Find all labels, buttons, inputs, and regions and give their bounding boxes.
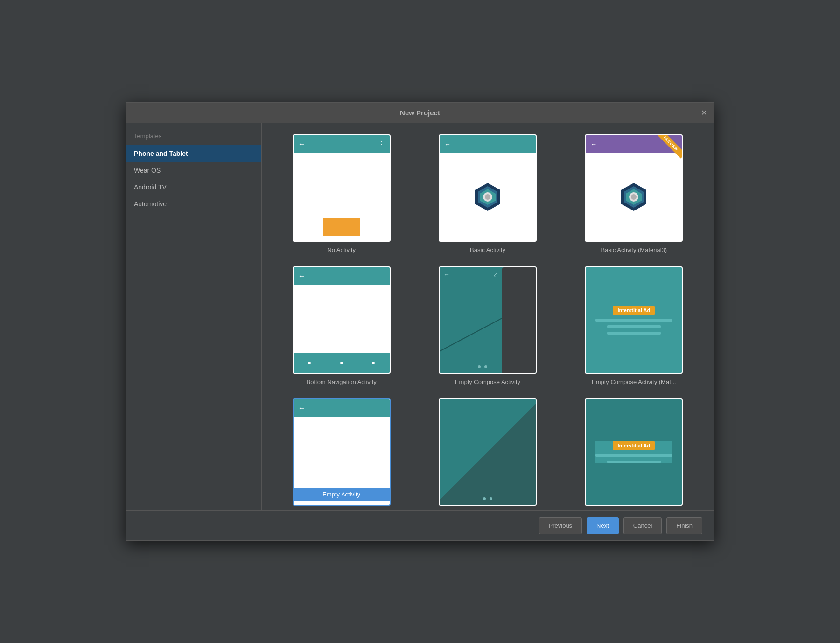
template-thumb-no-activity: ← ⋮	[293, 134, 391, 242]
fullscreen-visual: ← ⤢	[440, 267, 536, 373]
dot-2	[484, 365, 487, 368]
admob-line-2	[607, 325, 661, 328]
template-thumb-basic-material3: ← PREVIEW	[585, 134, 683, 242]
admob-line-a2	[607, 461, 661, 463]
previous-button[interactable]: Previous	[539, 517, 582, 534]
template-thumb-bottom-nav: ←	[293, 266, 391, 374]
back-icon-bn: ←	[298, 272, 306, 280]
back-icon-m3: ←	[590, 140, 597, 148]
back-arrow-icon: ←	[298, 140, 306, 148]
template-basic-material3[interactable]: ← PREVIEW	[568, 134, 700, 253]
next-button[interactable]: Next	[587, 517, 619, 534]
template-fullscreen[interactable]: ← ⋮ Fullscreen Activity	[422, 398, 553, 510]
sidebar-item-automotive[interactable]: Automotive	[126, 196, 261, 212]
template-thumb-empty-compose: ← ⤢	[439, 266, 537, 374]
template-basic-activity[interactable]: ←	[422, 134, 553, 253]
sidebar-item-android-tv[interactable]: Android TV	[126, 179, 261, 196]
fullscreen-toolbar: ← ⤢	[440, 267, 502, 281]
svg-point-9	[631, 194, 637, 200]
nav-dot-2	[340, 362, 343, 364]
fs-dot-2	[490, 497, 492, 500]
template-no-activity[interactable]: ← ⋮ No Activity	[276, 134, 407, 253]
dot-1	[478, 365, 481, 368]
interstitial-ad-label-2: Interstitial Ad	[613, 441, 655, 450]
finish-button[interactable]: Finish	[666, 517, 702, 534]
back-icon: ←	[444, 140, 451, 148]
admob-inner-2: Interstitial Ad	[595, 441, 672, 463]
interstitial-ad-label: Interstitial Ad	[613, 306, 655, 315]
template-label-basic-material3: Basic Activity (Material3)	[601, 246, 667, 253]
preview-badge-text: PREVIEW	[658, 135, 682, 159]
template-thumb-admob: Interstitial Ad	[585, 398, 683, 506]
svg-point-4	[485, 194, 490, 200]
nav-dot-1	[308, 362, 311, 364]
fs-dot-1	[483, 497, 486, 500]
admob-visual-2: Interstitial Ad	[586, 399, 682, 505]
admob-inner: Interstitial Ad	[595, 306, 672, 335]
admob-visual: Interstitial Ad	[586, 267, 682, 373]
fullscreen-dots	[483, 497, 492, 500]
sidebar-item-phone-tablet[interactable]: Phone and Tablet	[126, 145, 261, 162]
fullscreen-visual-2: ← ⋮	[440, 399, 536, 505]
template-bottom-nav[interactable]: ← Bottom Navigation Activity	[276, 266, 407, 385]
nav-dot-3	[372, 362, 375, 364]
template-label-empty-compose: Empty Compose Activity	[455, 378, 520, 385]
template-label-bottom-nav: Bottom Navigation Activity	[307, 378, 377, 385]
sidebar: Templates Phone and Tablet Wear OS Andro…	[126, 123, 262, 510]
menu-icon: ⋮	[378, 140, 385, 149]
template-admob[interactable]: Interstitial Ad Google AdMob Ads Activit…	[568, 398, 700, 510]
hex-icon-m3	[617, 181, 650, 213]
templates-grid: ← ⋮ No Activity ←	[276, 134, 700, 510]
template-label-basic-activity: Basic Activity	[470, 246, 505, 253]
close-button[interactable]: ✕	[701, 109, 707, 117]
template-thumb-empty-compose-mat: Interstitial Ad	[585, 266, 683, 374]
phone-sidebar-visual	[502, 267, 536, 373]
preview-ribbon: PREVIEW	[658, 135, 682, 159]
template-empty-compose[interactable]: ← ⤢ Empty Compose Activity	[422, 266, 553, 385]
template-label-no-activity: No Activity	[327, 246, 356, 253]
admob-line-a1	[595, 454, 672, 457]
templates-grid-container: ← ⋮ No Activity ←	[262, 123, 714, 510]
sidebar-section-title: Templates	[126, 133, 261, 145]
new-project-dialog: New Project ✕ Templates Phone and Tablet…	[126, 102, 714, 541]
admob-line-3	[607, 332, 661, 335]
back-icon-ea: ←	[298, 404, 306, 412]
sidebar-item-wear-os[interactable]: Wear OS	[126, 162, 261, 179]
expand-icon: ⤢	[493, 271, 498, 278]
template-empty-activity[interactable]: ← Empty Activity	[276, 398, 407, 510]
template-thumb-fullscreen: ← ⋮	[439, 398, 537, 506]
dialog-footer: Previous Next Cancel Finish	[126, 510, 714, 540]
template-thumb-empty-activity: ← Empty Activity	[293, 398, 391, 506]
template-empty-compose-mat[interactable]: Interstitial Ad Empty Compose Activity (…	[568, 266, 700, 385]
dialog-body: Templates Phone and Tablet Wear OS Andro…	[126, 123, 714, 510]
template-thumb-basic-activity: ←	[439, 134, 537, 242]
dialog-title: New Project	[400, 109, 440, 117]
diagonal-bg	[440, 399, 536, 505]
template-label-empty-compose-mat: Empty Compose Activity (Mat...	[592, 378, 676, 385]
selected-label: Empty Activity	[294, 488, 390, 501]
bottom-nav-bar	[294, 353, 390, 373]
hex-icon	[471, 181, 504, 213]
title-bar: New Project ✕	[126, 103, 714, 123]
indicator-dots	[478, 365, 487, 368]
admob-line-1	[595, 319, 672, 322]
back-icon-fc: ←	[443, 271, 450, 278]
cancel-button[interactable]: Cancel	[623, 517, 662, 534]
